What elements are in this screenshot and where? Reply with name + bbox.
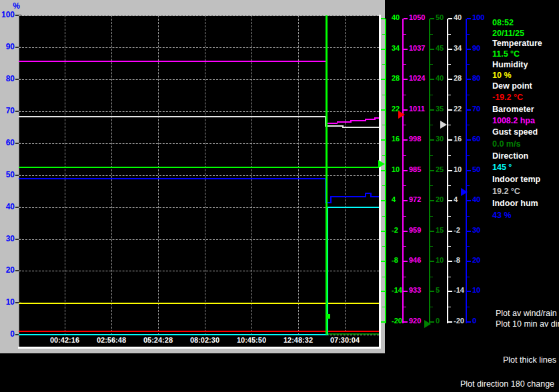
indoor-humidity-scale-tick xyxy=(467,261,471,262)
wind-speed-scale-label: 10 xyxy=(436,256,444,264)
temperature-scale-label: 4 xyxy=(392,195,396,203)
wind-speed-scale-label: 30 xyxy=(436,135,444,143)
barometer-label: Barometer xyxy=(492,105,534,114)
wind-speed-scale-label: 45 xyxy=(436,44,444,52)
wind-speed-scale-tick xyxy=(430,231,434,232)
wind-speed-scale-minor-tick xyxy=(430,277,433,277)
indoor-temp-scale-minor-tick xyxy=(448,246,451,247)
temperature-scale-label: -8 xyxy=(392,256,398,264)
indoor-humidity-scale-minor-tick xyxy=(467,34,470,35)
wind-speed-scale-tick xyxy=(430,321,434,323)
wind-speed-scale-minor-tick xyxy=(430,125,433,125)
indoor-humidity-scale-minor-tick xyxy=(467,64,470,65)
barometer-scale-label: 933 xyxy=(409,286,421,294)
option-plot-thick-lines[interactable]: Plot thick lines xyxy=(503,355,556,365)
option-plot-10-min-av-dir[interactable]: Plot 10 min av dir xyxy=(496,319,559,329)
indoor-temp-scale-tick xyxy=(448,291,452,292)
plot-border xyxy=(18,347,381,349)
direction-value: 145 ° xyxy=(492,163,512,172)
dew-point-label: Dew point xyxy=(492,81,532,91)
wind-speed-scale-line xyxy=(429,19,430,323)
indoor-humidity-scale-minor-tick xyxy=(467,95,470,95)
barometer-scale-label: 1024 xyxy=(409,74,425,82)
indoor-temp-scale-tick xyxy=(448,109,452,111)
indoor-humidity-scale-minor-tick xyxy=(467,125,470,125)
indoor-humidity-scale-tick xyxy=(467,170,471,171)
indoor-temp-scale-tick xyxy=(448,170,452,171)
barometer-scale-label: 1050 xyxy=(409,13,425,21)
option-plot-direction-180-change[interactable]: Plot direction 180 change xyxy=(460,379,554,389)
plot-border xyxy=(379,15,381,348)
option-plot-av-wind-rain[interactable]: Plot av wind/rain xyxy=(496,309,557,318)
indoor-temp-scale-line xyxy=(447,19,448,323)
barometer-scale-tick xyxy=(404,231,408,232)
indoor-temp-scale-tick xyxy=(448,321,452,323)
barometer-scale-label: 920 xyxy=(409,317,421,325)
wind-speed-scale-tick xyxy=(430,49,434,50)
indoor-temp-scale-label: 10 xyxy=(454,165,462,173)
indoor-temp-scale-tick xyxy=(448,79,452,80)
indoor-temp-scale-label: -2 xyxy=(454,226,460,234)
wind-speed-scale-tick xyxy=(430,291,434,292)
wind-speed-scale-label: 0 xyxy=(436,317,440,325)
barometer-scale-minor-tick xyxy=(404,307,406,307)
indoor-temp-scale-minor-tick xyxy=(448,34,451,35)
gust-speed-value: 0.0 m/s xyxy=(492,139,520,149)
barometer-scale-label: 972 xyxy=(409,195,421,203)
temperature-scale-label: 34 xyxy=(392,44,400,52)
indoor-humidity-scale-tick xyxy=(467,291,471,292)
wind-speed-scale-tick xyxy=(430,139,434,141)
indoor-humidity-scale-tick xyxy=(467,18,471,19)
barometer-scale-tick xyxy=(404,79,408,80)
indoor-temp-scale-minor-tick xyxy=(448,155,451,156)
indoor-temp-scale-label: -20 xyxy=(454,317,464,325)
indoor-temp-scale-tick xyxy=(448,261,452,262)
barometer-scale-label: 1011 xyxy=(409,105,425,113)
indoor-temp-scale-minor-tick xyxy=(448,277,451,277)
indoor-humidity-scale-minor-tick xyxy=(467,246,470,247)
temperature-scale-label: -14 xyxy=(392,286,402,294)
plot-area xyxy=(19,15,380,347)
barometer-scale-tick xyxy=(404,49,408,50)
wind-speed-scale-minor-tick xyxy=(430,34,433,35)
barometer-scale-tick xyxy=(404,200,408,201)
wind-speed-scale-label: 20 xyxy=(436,195,444,203)
temperature-scale-label: 22 xyxy=(392,105,400,113)
indoor-humidity-scale-tick xyxy=(467,109,471,111)
temperature-scale-line xyxy=(385,19,386,323)
temperature-scale-label: -2 xyxy=(392,226,398,234)
indoor-humidity-scale-minor-tick xyxy=(467,216,470,217)
barometer-scale-tick xyxy=(404,261,408,262)
indoor-temp-scale-minor-tick xyxy=(448,125,451,125)
indoor-temp-scale-label: 16 xyxy=(454,135,462,143)
wind-speed-scale-label: 5 xyxy=(436,286,440,294)
indoor-temp-scale-minor-tick xyxy=(448,216,451,217)
indoor-temp-scale-tick xyxy=(448,200,452,201)
percent-axis-unit: % xyxy=(5,1,20,11)
gust-speed-label: Gust speed xyxy=(492,127,538,137)
indoor-temp-scale-label: 34 xyxy=(454,44,462,52)
indoor-humidity-scale-minor-tick xyxy=(467,277,470,277)
barometer-scale-minor-tick xyxy=(404,216,406,217)
indoor-humidity-scale-tick xyxy=(467,49,471,50)
gust-speed-marker xyxy=(424,320,431,328)
temperature-scale-label: 16 xyxy=(392,135,400,143)
wind-speed-scale-tick xyxy=(430,18,434,19)
indoor-temp-value: 19.2 °C xyxy=(492,187,520,196)
wind-speed-scale-tick xyxy=(430,200,434,201)
date: 20/11/25 xyxy=(492,29,524,38)
barometer-scale-tick xyxy=(404,321,408,323)
weather-plot-window: % 100908070605040302010000:42:1602:56:48… xyxy=(0,0,559,392)
wind-speed-scale-minor-tick xyxy=(430,95,433,95)
dew-point-value: -19.2 °C xyxy=(492,93,523,102)
direction-label: Direction xyxy=(492,151,528,161)
wind-speed-scale-minor-tick xyxy=(430,246,433,247)
wind-speed-scale-label: 40 xyxy=(436,74,444,82)
indoor-humidity-scale-minor-tick xyxy=(467,185,470,186)
barometer-scale-label: 1037 xyxy=(409,44,425,52)
indoor-temp-scale-label: -14 xyxy=(454,286,464,294)
indoor-temp-scale-label: 22 xyxy=(454,105,462,113)
indoor-humidity-scale-label: 80 xyxy=(472,74,480,82)
indoor-humidity-scale-label: 100 xyxy=(472,13,484,21)
indoor-humidity-scale-label: 70 xyxy=(472,105,480,113)
